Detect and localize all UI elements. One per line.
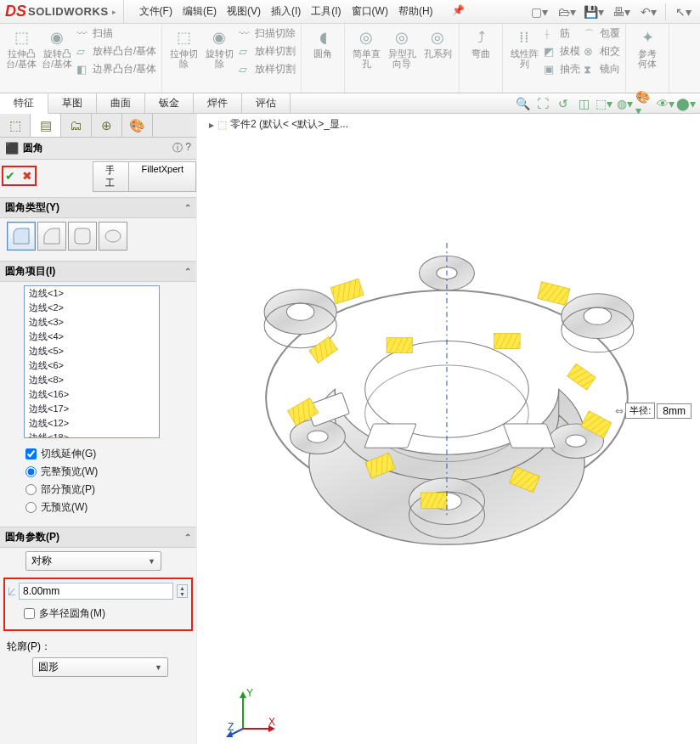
menu-help[interactable]: 帮助(H): [395, 3, 437, 20]
vt-orient-icon[interactable]: ⬚▾: [595, 95, 613, 112]
no-preview-radio[interactable]: 无预览(W): [7, 499, 189, 516]
vt-appearance-icon[interactable]: ⬤▾: [676, 95, 695, 112]
accept-button[interactable]: ✔: [5, 169, 15, 183]
list-item[interactable]: 边线<12>: [25, 416, 159, 431]
menu-edit[interactable]: 编辑(E): [179, 3, 220, 20]
vt-zoom-area-icon[interactable]: ⛶: [533, 95, 552, 112]
rb-rib[interactable]: ⟊筋: [542, 25, 582, 42]
list-item[interactable]: 边线<2>: [25, 301, 159, 315]
list-item[interactable]: 边线<5>: [25, 344, 159, 358]
tangent-prop-checkbox[interactable]: 切线延伸(G): [7, 445, 189, 463]
pm-pin-icon[interactable]: ?: [185, 141, 191, 155]
rb-simple-hole[interactable]: ◎简单直 孔: [348, 25, 384, 70]
qat-print-icon[interactable]: 🖶▾: [609, 3, 633, 21]
symmetry-select[interactable]: 对称▼: [25, 551, 161, 571]
list-item[interactable]: 边线<4>: [25, 330, 159, 344]
rb-wrap[interactable]: ⌒包覆: [582, 25, 622, 42]
list-item[interactable]: 边线<17>: [25, 402, 159, 416]
list-item[interactable]: 边线<6>: [25, 358, 159, 373]
fm-tab-config[interactable]: 🗂: [61, 114, 92, 137]
tab-weldment[interactable]: 焊件: [194, 93, 242, 113]
pm-help-icon[interactable]: ⓘ: [172, 141, 183, 155]
graphics-viewport[interactable]: ▸ ⬚ 零件2 (默认< <默认>_显...: [197, 114, 700, 744]
spin-up-icon[interactable]: ▲: [178, 585, 187, 591]
rb-loft-cut2[interactable]: ▱放样切割: [237, 61, 297, 77]
multi-radius-checkbox[interactable]: 多半径圆角(M): [8, 605, 188, 623]
rb-revolve-cut[interactable]: ◉旋转切 除: [201, 25, 237, 77]
chevron-down-icon: ▼: [148, 557, 155, 566]
collapse-icon[interactable]: ⌃: [184, 203, 191, 212]
vt-display-icon[interactable]: ◍▾: [615, 95, 634, 112]
rb-extrude-boss[interactable]: ⬚拉伸凸 台/基体: [3, 25, 39, 77]
edge-selection-list[interactable]: 边线<1>边线<2>边线<3>边线<4>边线<5>边线<6>边线<8>边线<16…: [24, 285, 160, 438]
vt-hide-icon[interactable]: 👁▾: [656, 95, 675, 112]
fm-tab-display[interactable]: 🎨: [122, 114, 153, 137]
fm-tab-pm[interactable]: ▤: [31, 114, 61, 137]
rb-revolve-boss[interactable]: ◉旋转凸 台/基体: [39, 25, 75, 77]
rb-mirror[interactable]: ⧗镜向: [582, 61, 622, 77]
fillet-type-variable[interactable]: [37, 222, 66, 251]
menu-window[interactable]: 窗口(W): [348, 3, 392, 20]
fm-tab-tree[interactable]: ⬚: [0, 114, 31, 137]
radius-spinner[interactable]: ▲▼: [177, 584, 188, 598]
rb-sweep-boss[interactable]: 〰扫描: [75, 25, 158, 42]
rb-loft-boss[interactable]: ▱放样凸台/基体: [75, 43, 158, 59]
menu-tools[interactable]: 工具(I): [308, 3, 344, 20]
menu-insert[interactable]: 插入(I): [268, 3, 304, 20]
callout-drag-icon[interactable]: ⇔: [615, 405, 624, 417]
vt-scene-icon[interactable]: 🎨▾: [635, 95, 654, 112]
radius-input[interactable]: [19, 583, 173, 600]
rb-intersect[interactable]: ⊗相交: [582, 43, 622, 59]
collapse-icon[interactable]: ⌃: [184, 267, 191, 276]
rb-fillet[interactable]: ◖圆角: [305, 25, 341, 60]
qat-select-icon[interactable]: ↖▾: [671, 3, 695, 21]
tab-manual[interactable]: 手工: [93, 161, 128, 192]
qat-save-icon[interactable]: 💾▾: [582, 3, 606, 21]
rb-loft-cut[interactable]: ▱放样切割: [237, 43, 297, 59]
fillet-type-full[interactable]: [99, 222, 127, 251]
rb-hole-wizard[interactable]: ◎异型孔 向导: [384, 25, 420, 70]
app-logo[interactable]: DS SOLIDWORKS ▸: [0, 0, 124, 23]
tab-evaluate[interactable]: 评估: [242, 93, 291, 113]
profile-select[interactable]: 圆形▼: [32, 657, 168, 677]
menu-file[interactable]: 文件(F): [136, 3, 176, 20]
collapse-icon[interactable]: ⌃: [184, 533, 191, 542]
full-preview-radio[interactable]: 完整预览(W): [7, 463, 189, 481]
partial-preview-radio[interactable]: 部分预览(P): [7, 481, 189, 499]
pin-icon[interactable]: 📌: [449, 3, 468, 20]
tab-sketch[interactable]: 草图: [48, 93, 97, 113]
list-item[interactable]: 边线<16>: [25, 387, 159, 402]
vt-prev-view-icon[interactable]: ↺: [554, 95, 573, 112]
tab-surface[interactable]: 曲面: [97, 93, 145, 113]
fm-tab-dim[interactable]: ⊕: [92, 114, 122, 137]
rb-extrude-cut[interactable]: ⬚拉伸切 除: [166, 25, 201, 77]
qat-new-icon[interactable]: ▢▾: [528, 3, 551, 21]
cancel-button[interactable]: ✖: [22, 169, 32, 183]
rb-pattern[interactable]: ⁞⁞线性阵 列: [506, 25, 542, 77]
callout-value[interactable]: 8mm: [657, 403, 692, 419]
fillet-type-constant[interactable]: [7, 222, 36, 251]
tab-sheetmetal[interactable]: 钣金: [145, 93, 194, 113]
spin-down-icon[interactable]: ▼: [178, 591, 187, 597]
list-item[interactable]: 边线<3>: [25, 315, 159, 330]
list-item[interactable]: 边线<18>: [25, 431, 159, 438]
tab-feature[interactable]: 特征: [0, 94, 48, 114]
menu-view[interactable]: 视图(V): [223, 3, 264, 20]
radius-callout[interactable]: ⇔ 半径: 8mm: [615, 403, 692, 419]
rb-sweep-cut[interactable]: 〰扫描切除: [237, 25, 297, 42]
qat-undo-icon[interactable]: ↶▾: [636, 3, 660, 21]
rb-draft[interactable]: ◩拔模: [542, 43, 582, 59]
rb-hole-series[interactable]: ◎孔系列: [420, 25, 455, 70]
rb-boundary-boss[interactable]: ◧边界凸台/基体: [75, 61, 158, 77]
list-item[interactable]: 边线<1>: [25, 286, 159, 301]
vt-zoom-fit-icon[interactable]: 🔍: [513, 95, 532, 112]
tab-filletxpert[interactable]: FilletXpert: [128, 161, 196, 192]
list-item[interactable]: 边线<8>: [25, 373, 159, 387]
view-triad[interactable]: Y X Z: [226, 686, 277, 737]
qat-open-icon[interactable]: 🗁▾: [555, 3, 579, 21]
rb-shell[interactable]: ▣抽壳: [542, 61, 582, 77]
vt-section-icon[interactable]: ◫: [574, 95, 593, 112]
rb-bend[interactable]: ⤴弯曲: [463, 25, 499, 60]
fillet-type-face[interactable]: [68, 222, 97, 251]
rb-ref-geom[interactable]: ✦参考 何体: [629, 25, 665, 70]
